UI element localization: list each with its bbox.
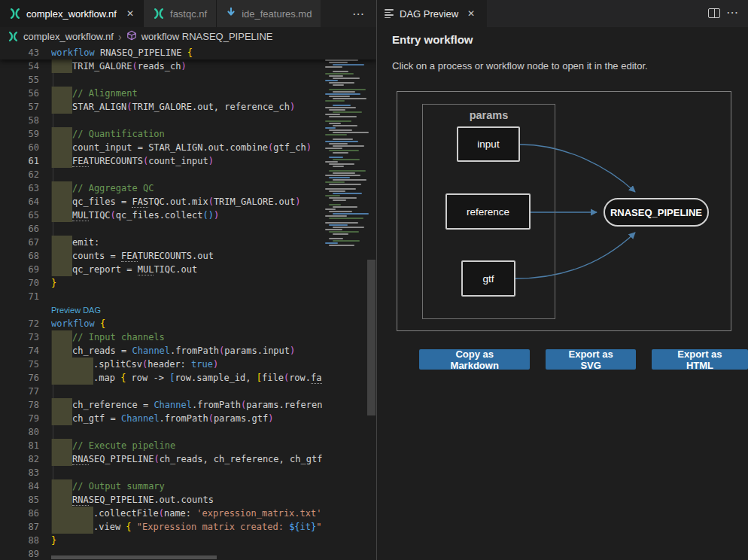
line-number[interactable]: 59 [0, 127, 51, 141]
close-icon[interactable]: ✕ [467, 8, 475, 19]
line-number[interactable]: 64 [0, 195, 51, 208]
tab-fastqc[interactable]: fastqc.nf [143, 0, 216, 27]
line-number[interactable]: 65 [0, 208, 51, 222]
code-line[interactable]: 72workflow { [0, 317, 376, 330]
line-number[interactable]: 75 [0, 358, 51, 371]
minimap[interactable] [324, 46, 366, 247]
code-line[interactable]: 88} [0, 534, 376, 547]
code-line[interactable]: 78ch_reference = Channel.fromPath(params… [0, 398, 376, 412]
code-line[interactable]: 66 [0, 222, 376, 236]
line-number[interactable]: 58 [0, 114, 51, 127]
breadcrumb-symbol[interactable]: workflow RNASEQ_PIPELINE [141, 31, 273, 42]
more-actions-icon[interactable]: ⋯ [352, 7, 366, 21]
code-line[interactable]: 80 [0, 425, 376, 439]
code-line[interactable]: 82RNASEQ_PIPELINE(ch_reads, ch_reference… [0, 452, 376, 466]
horizontal-scrollbar[interactable] [51, 555, 217, 559]
code-line[interactable]: 58 [0, 114, 376, 127]
line-number[interactable] [0, 303, 51, 317]
code-line[interactable]: 69qc_report = MULTIQC.out [0, 263, 376, 276]
line-number[interactable]: 84 [0, 479, 51, 493]
line-number[interactable]: 88 [0, 534, 51, 547]
dag-node-rnaseq-pipeline[interactable]: RNASEQ_PIPELINE [604, 198, 709, 227]
line-number[interactable]: 87 [0, 520, 51, 534]
line-number[interactable]: 83 [0, 466, 51, 479]
line-number[interactable]: 60 [0, 141, 51, 154]
more-actions-icon[interactable]: ⋯ [726, 5, 740, 20]
code-line[interactable]: 56// Alignment [0, 87, 376, 100]
code-line[interactable]: 84// Output summary [0, 479, 376, 493]
line-number[interactable]: 70 [0, 276, 51, 290]
dag-node-input[interactable]: input [457, 126, 520, 162]
code-line[interactable]: 79ch_gtf = Channel.fromPath(params.gtf) [0, 412, 376, 425]
line-number[interactable]: 76 [0, 371, 51, 385]
close-icon[interactable]: ✕ [126, 8, 134, 19]
code-line[interactable]: 68counts = FEATURECOUNTS.out [0, 249, 376, 263]
code-line[interactable]: 77 [0, 385, 376, 398]
line-number[interactable]: 80 [0, 425, 51, 439]
sticky-line[interactable]: 43 workflow RNASEQ_PIPELINE { [0, 46, 376, 59]
code-line[interactable]: 63// Aggregate QC [0, 181, 376, 195]
line-number[interactable]: 89 [0, 547, 51, 560]
line-number[interactable]: 56 [0, 87, 51, 100]
breadcrumb-file[interactable]: complex_workflow.nf [23, 31, 114, 42]
dag-node-gtf[interactable]: gtf [461, 260, 515, 297]
code-line[interactable]: 65MULTIQC(qc_files.collect()) [0, 208, 376, 222]
code-line[interactable]: 87.view { "Expression matrix created: ${… [0, 520, 376, 534]
codelens-row[interactable]: Preview DAG [0, 303, 376, 317]
line-number[interactable]: 78 [0, 398, 51, 412]
line-number[interactable]: 77 [0, 385, 51, 398]
code-line[interactable]: 81// Execute pipeline [0, 439, 376, 452]
line-number[interactable]: 81 [0, 439, 51, 452]
code-line[interactable]: 73// Input channels [0, 330, 376, 344]
line-number[interactable]: 73 [0, 330, 51, 344]
code-line[interactable]: 85RNASEQ_PIPELINE.out.counts [0, 493, 376, 507]
tab-label: ide_features.md [242, 8, 312, 20]
copy-as-markdown-button[interactable]: Copy as Markdown [419, 349, 530, 370]
code-line[interactable]: 86.collectFile(name: 'expression_matrix.… [0, 507, 376, 520]
code-line[interactable]: 61FEATURECOUNTS(count_input) [0, 154, 376, 168]
line-number[interactable]: 82 [0, 452, 51, 466]
export-as-html-button[interactable]: Export as HTML [652, 349, 748, 370]
code-line[interactable]: 57STAR_ALIGN(TRIM_GALORE.out, reference_… [0, 100, 376, 114]
export-as-svg-button[interactable]: Export as SVG [546, 349, 636, 370]
minimap-line [329, 184, 361, 185]
code-line[interactable]: 76.map { row -> [row.sample_id, [file(ro… [0, 371, 376, 385]
code-line[interactable]: 67emit: [0, 236, 376, 249]
indent-highlight [51, 100, 72, 114]
dag-node-reference[interactable]: reference [445, 193, 531, 230]
code-line[interactable]: 54TRIM_GALORE(reads_ch) [0, 59, 376, 73]
line-number[interactable]: 71 [0, 290, 51, 303]
code-line[interactable]: 62 [0, 168, 376, 181]
line-number[interactable]: 63 [0, 181, 51, 195]
line-number[interactable]: 69 [0, 263, 51, 276]
line-number[interactable]: 57 [0, 100, 51, 114]
line-number[interactable]: 61 [0, 154, 51, 168]
code-line[interactable]: 75.splitCsv(header: true) [0, 358, 376, 371]
tab-dag-preview[interactable]: DAG Preview ✕ [377, 0, 487, 27]
tab-complex-workflow[interactable]: complex_workflow.nf ✕ [0, 0, 143, 27]
codelens-preview-dag[interactable]: Preview DAG [51, 306, 101, 315]
code-line[interactable]: 59// Quantification [0, 127, 376, 141]
line-number[interactable]: 72 [0, 317, 51, 330]
code-line[interactable]: 70} [0, 276, 376, 290]
code-line[interactable]: 71 [0, 290, 376, 303]
code-line[interactable]: 55 [0, 73, 376, 87]
line-number[interactable]: 74 [0, 344, 51, 358]
code-line[interactable]: 64qc_files = FASTQC.out.mix(TRIM_GALORE.… [0, 195, 376, 208]
line-number[interactable]: 68 [0, 249, 51, 263]
line-number[interactable]: 79 [0, 412, 51, 425]
split-editor-icon[interactable] [708, 8, 720, 18]
line-number[interactable]: 66 [0, 222, 51, 236]
line-number[interactable]: 62 [0, 168, 51, 181]
line-number[interactable]: 67 [0, 236, 51, 249]
line-number[interactable]: 54 [0, 59, 51, 73]
code-line[interactable]: 83 [0, 466, 376, 479]
vertical-scrollbar[interactable] [367, 260, 376, 415]
code-line[interactable]: 74ch_reads = Channel.fromPath(params.inp… [0, 344, 376, 358]
code-line[interactable]: 60count_input = STAR_ALIGN.out.combine(g… [0, 141, 376, 154]
line-number[interactable]: 55 [0, 73, 51, 87]
tab-ide-features[interactable]: ide_features.md [216, 0, 321, 27]
line-number[interactable]: 86 [0, 507, 51, 520]
line-number[interactable]: 85 [0, 493, 51, 507]
line-number[interactable]: 43 [0, 46, 51, 59]
